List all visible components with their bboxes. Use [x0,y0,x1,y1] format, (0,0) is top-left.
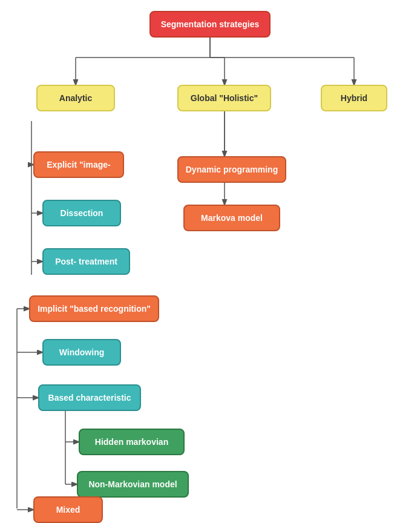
root-node: Segmentation strategies [149,11,271,38]
hybrid-node: Hybrid [321,85,387,111]
implicit-node: Implicit "based recognition" [29,295,159,322]
non-markovian-node: Non-Markovian model [77,471,189,498]
dynamic-node: Dynamic programming [177,156,286,183]
based-characteristic-node: Based characteristic [38,384,141,411]
analytic-node: Analytic [36,85,115,111]
post-treatment-node: Post- treatment [42,248,130,275]
diagram: Segmentation strategies Analytic Global … [0,0,420,523]
explicit-node: Explicit "image- [33,151,124,178]
markova-node: Markova model [183,205,280,231]
dissection-node: Dissection [42,200,121,226]
mixed-node: Mixed [33,496,103,523]
hidden-markovian-node: Hidden markovian [79,429,185,455]
windowing-node: Windowing [42,339,121,366]
global-node: Global "Holistic" [177,85,271,111]
